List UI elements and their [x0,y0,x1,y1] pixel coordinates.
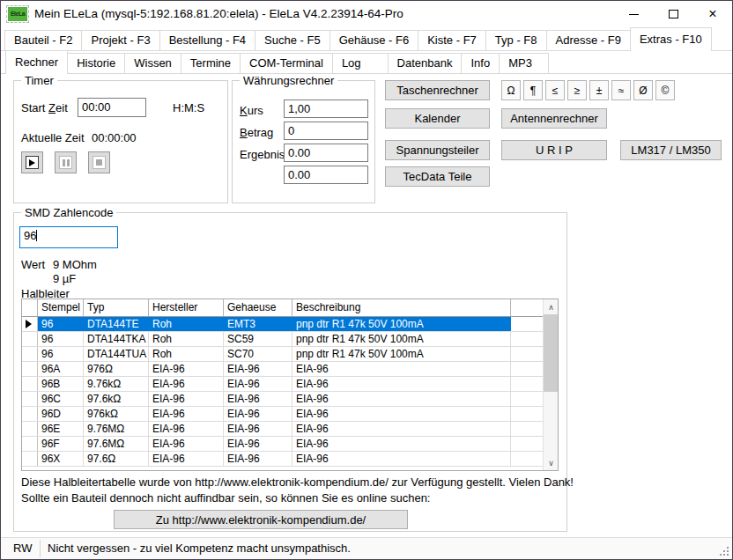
table-cell: EIA-96 [149,362,224,376]
row-indicator-cell [22,452,38,466]
tab-geh-use-f6[interactable]: Gehäuse - F6 [330,30,419,50]
symbol-button-0[interactable]: Ω [501,80,521,100]
tab-info[interactable]: Info [462,53,500,73]
tab-wissen[interactable]: Wissen [125,53,181,73]
taschenrechner-button[interactable]: Taschenrechner [385,80,490,100]
column-header-gehaeuse[interactable]: Gehaeuse [224,299,292,316]
row-filler-cell [511,452,543,466]
table-row[interactable]: 96DTA144TUARohSC70pnp dtr R1 47k 50V 100… [22,347,543,362]
tab-datenbank[interactable]: Datenbank [389,53,463,73]
table-cell: pnp dtr R1 47k 50V 100mA [292,332,511,346]
kompendium-link-button[interactable]: Zu http://www.elektronik-kompendium.de/ [114,510,408,529]
close-button[interactable]: × [693,1,732,27]
symbol-button-5[interactable]: ≈ [611,80,631,100]
timer-stop-button[interactable] [88,151,110,173]
start-zeit-input[interactable]: 00:00 [78,98,146,117]
symbol-button-4[interactable]: ± [589,80,609,100]
smd-code-input[interactable]: 96 [19,226,118,248]
tab-com-terminal[interactable]: COM-Terminal [241,53,333,73]
tab-termine[interactable]: Termine [181,53,241,73]
table-cell: EIA-96 [149,422,224,436]
table-cell: 97.6Ω [84,452,149,466]
timer-pause-button[interactable] [55,151,77,173]
table-cell: SC59 [224,332,292,346]
status-bar: RW Nicht vergessen - zu viel Kompetenz m… [1,537,732,559]
tab-bestellung-f4[interactable]: Bestellung - F4 [160,30,255,50]
row-filler-cell [511,392,543,406]
table-row[interactable]: 96DTA144TKARohSC59pnp dtr R1 47k 50V 100… [22,332,543,347]
table-cell: 9.76kΩ [84,377,149,391]
symbol-button-2[interactable]: ≤ [545,80,565,100]
column-header-beschreibung[interactable]: Beschreibung [292,299,511,316]
table-cell: EIA-96 [224,392,292,406]
scroll-down-icon[interactable]: ∨ [544,455,559,470]
table-row[interactable]: 96A976ΩEIA-96EIA-96EIA-96 [22,362,543,377]
table-cell: EIA-96 [292,407,511,421]
tab-mp3[interactable]: MP3 [500,53,549,73]
tab-rechner[interactable]: Rechner [5,50,68,74]
table-cell: 97.6kΩ [84,392,149,406]
tab-log[interactable]: Log [333,53,389,73]
symbol-button-3[interactable]: ≥ [567,80,587,100]
tab-kiste-f7[interactable]: Kiste - F7 [418,30,486,50]
maximize-button[interactable] [654,1,692,27]
betrag-input[interactable]: 0 [284,122,368,140]
symbol-button-7[interactable]: © [655,80,675,100]
table-cell: Roh [149,332,224,346]
scroll-up-icon[interactable]: ∧ [544,299,559,314]
row-indicator-cell [22,332,38,346]
kurs-input[interactable]: 1,00 [284,99,368,118]
currency-group-label: Währungsrechner [240,74,337,87]
table-cell: Roh [149,347,224,361]
kalender-button[interactable]: Kalender [385,108,490,129]
lm317-lm350-button[interactable]: LM317 / LM350 [620,140,722,160]
table-cell: 96F [38,437,84,451]
row-filler-cell [511,437,543,451]
column-header-hersteller[interactable]: Hersteller [149,299,224,316]
table-row[interactable]: 96F97.6MΩEIA-96EIA-96EIA-96 [22,437,543,452]
tab-adresse-f9[interactable]: Adresse - F9 [547,30,631,50]
minimize-button[interactable] [614,1,653,27]
tab-projekt-f3[interactable]: Projekt - F3 [82,30,159,50]
text-caret [36,230,37,241]
kurs-label: Kurs [240,104,263,117]
currency-group: Währungsrechner Kurs 1,00 Betrag 0 Ergeb… [232,80,375,203]
table-row[interactable]: 96E9.76MΩEIA-96EIA-96EIA-96 [22,422,543,437]
row-indicator-cell [22,362,38,376]
row-filler-cell [511,377,543,391]
tecdata-teile-button[interactable]: TecData Teile [385,166,490,187]
table-row[interactable]: 96X97.6ΩEIA-96EIA-96EIA-96 [22,452,543,467]
table-row[interactable]: 96C97.6kΩEIA-96EIA-96EIA-96 [22,392,543,407]
spannungsteiler-button[interactable]: Spannungsteiler [385,140,490,160]
symbol-button-6[interactable]: Ø [633,80,653,100]
tab-typ-f8[interactable]: Typ - F8 [486,30,547,50]
tab-extras-f10[interactable]: Extras - F10 [630,27,712,51]
play-icon [29,159,35,166]
scrollbar-thumb[interactable] [544,314,559,392]
db-mode-indicator: RW [13,538,32,560]
column-header-stempel[interactable]: Stempel [38,299,84,316]
table-cell: EIA-96 [224,377,292,391]
table-cell: EIA-96 [292,452,511,466]
column-header-typ[interactable]: Typ [84,299,149,316]
tab-suche-f5[interactable]: Suche - F5 [255,30,330,50]
table-vertical-scrollbar[interactable]: ∧ ∨ [543,299,558,470]
symbol-button-1[interactable]: ¶ [523,80,543,100]
primary-tab-bar: Bauteil - F2Projekt - F3Bestellung - F4S… [1,27,732,51]
wert-capacitor-value: 9 µF [53,272,76,285]
ergebnis2-output[interactable]: 0.00 [284,166,368,184]
antennenrechner-button[interactable]: Antennenrechner [501,108,607,129]
tab-historie[interactable]: Historie [68,53,125,73]
table-cell: EIA-96 [149,377,224,391]
timer-start-button[interactable] [21,151,43,173]
urip-button[interactable]: U R I P [501,140,607,160]
table-cell: 96 [38,332,84,346]
resize-grip-icon[interactable] [727,554,729,556]
table-row[interactable]: 96B9.76kΩEIA-96EIA-96EIA-96 [22,377,543,392]
ergebnis-output[interactable]: 0.00 [284,144,368,162]
tab-bauteil-f2[interactable]: Bauteil - F2 [4,30,82,50]
table-row[interactable]: 96DTA144TERohEMT3pnp dtr R1 47k 50V 100m… [22,317,543,332]
table-row[interactable]: 96D976kΩEIA-96EIA-96EIA-96 [22,407,543,422]
table-cell: pnp dtr R1 47k 50V 100mA [292,347,511,361]
aktuelle-zeit-label: Aktuelle Zeit [21,131,85,144]
